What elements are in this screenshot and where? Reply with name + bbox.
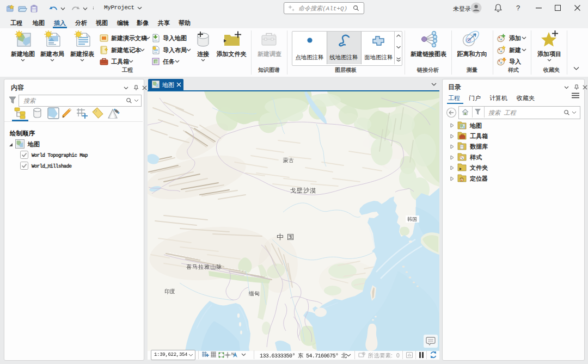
svg-text:缅甸: 缅甸 xyxy=(248,291,260,297)
svg-text:韩国: 韩国 xyxy=(407,217,417,222)
svg-text:戈壁沙漠: 戈壁沙漠 xyxy=(290,187,316,194)
svg-text:喜马拉雅山脉: 喜马拉雅山脉 xyxy=(186,264,222,270)
svg-text:印度: 印度 xyxy=(164,288,175,294)
svg-text:中国: 中国 xyxy=(277,233,297,241)
svg-text:蒙古: 蒙古 xyxy=(283,157,294,163)
svg-text:N: N xyxy=(231,352,234,356)
